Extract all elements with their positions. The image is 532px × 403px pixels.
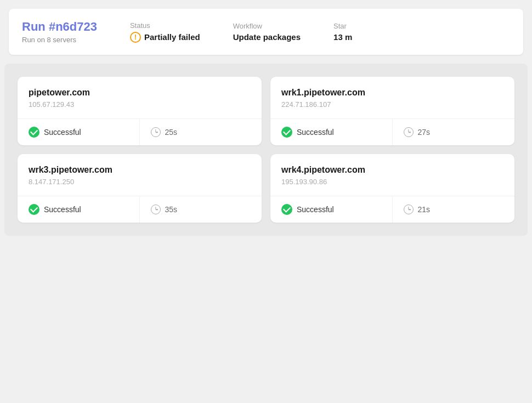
status-label: Status	[130, 21, 200, 30]
servers-grid: pipetower.com 105.67.129.43 Successful 2…	[18, 77, 514, 223]
server-status: Successful	[18, 196, 140, 223]
server-status: Successful	[270, 119, 393, 145]
success-icon	[281, 204, 292, 215]
status-text: Successful	[297, 128, 334, 137]
server-card-bottom: Successful 21s	[270, 196, 514, 223]
server-card[interactable]: wrk4.pipetower.com 195.193.90.86 Success…	[270, 154, 514, 223]
server-card-bottom: Successful 27s	[270, 118, 514, 145]
server-duration: 25s	[140, 119, 262, 145]
started-label: Star	[333, 22, 352, 30]
partial-failed-icon: !	[130, 32, 141, 43]
server-card[interactable]: wrk1.pipetower.com 224.71.186.107 Succes…	[270, 77, 514, 145]
status-text: Successful	[44, 205, 81, 214]
status-text: Successful	[297, 205, 334, 214]
server-ip: 105.67.129.43	[29, 100, 251, 109]
started-block: Star 13 m	[333, 22, 352, 42]
server-name: wrk1.pipetower.com	[281, 88, 503, 98]
server-name: wrk4.pipetower.com	[281, 165, 503, 175]
run-id: #n6d723	[49, 20, 97, 33]
server-name: pipetower.com	[29, 88, 251, 98]
success-icon	[29, 127, 39, 138]
workflow-label: Workflow	[233, 22, 301, 30]
server-status: Successful	[18, 119, 140, 145]
duration-text: 27s	[418, 128, 431, 137]
workflow-value: Update packages	[233, 32, 301, 42]
status-text: Successful	[44, 128, 81, 137]
server-duration: 27s	[393, 119, 515, 145]
success-icon	[281, 127, 292, 138]
workflow-block: Workflow Update packages	[233, 22, 301, 42]
server-duration: 35s	[140, 196, 262, 223]
run-info: Run #n6d723 Run on 8 servers	[22, 20, 97, 44]
main-content: pipetower.com 105.67.129.43 Successful 2…	[4, 64, 528, 236]
clock-icon	[404, 205, 414, 214]
clock-icon	[151, 205, 161, 214]
server-card-bottom: Successful 25s	[18, 118, 262, 145]
duration-text: 25s	[165, 128, 178, 137]
status-block: Status ! Partially failed	[130, 21, 200, 43]
server-card[interactable]: pipetower.com 105.67.129.43 Successful 2…	[18, 77, 262, 145]
success-icon	[29, 204, 39, 215]
duration-text: 35s	[165, 205, 178, 214]
run-label: Run	[22, 20, 46, 33]
duration-text: 21s	[418, 205, 431, 214]
server-card-top: wrk3.pipetower.com 8.147.171.250	[18, 154, 262, 196]
clock-icon	[151, 127, 161, 137]
run-title: Run #n6d723	[22, 20, 97, 34]
run-subtitle: Run on 8 servers	[22, 36, 97, 44]
server-status: Successful	[270, 196, 393, 223]
started-value: 13 m	[333, 32, 352, 42]
server-ip: 195.193.90.86	[281, 178, 503, 186]
run-header: Run #n6d723 Run on 8 servers Status ! Pa…	[9, 9, 523, 55]
server-duration: 21s	[393, 196, 515, 223]
server-name: wrk3.pipetower.com	[29, 165, 251, 175]
clock-icon	[404, 127, 414, 137]
server-card[interactable]: wrk3.pipetower.com 8.147.171.250 Success…	[18, 154, 262, 223]
server-card-top: pipetower.com 105.67.129.43	[18, 77, 262, 118]
server-card-top: wrk4.pipetower.com 195.193.90.86	[270, 154, 514, 196]
server-card-bottom: Successful 35s	[18, 196, 262, 223]
status-value: ! Partially failed	[130, 32, 200, 43]
server-ip: 8.147.171.250	[29, 178, 251, 186]
server-ip: 224.71.186.107	[281, 100, 503, 109]
server-card-top: wrk1.pipetower.com 224.71.186.107	[270, 77, 514, 118]
